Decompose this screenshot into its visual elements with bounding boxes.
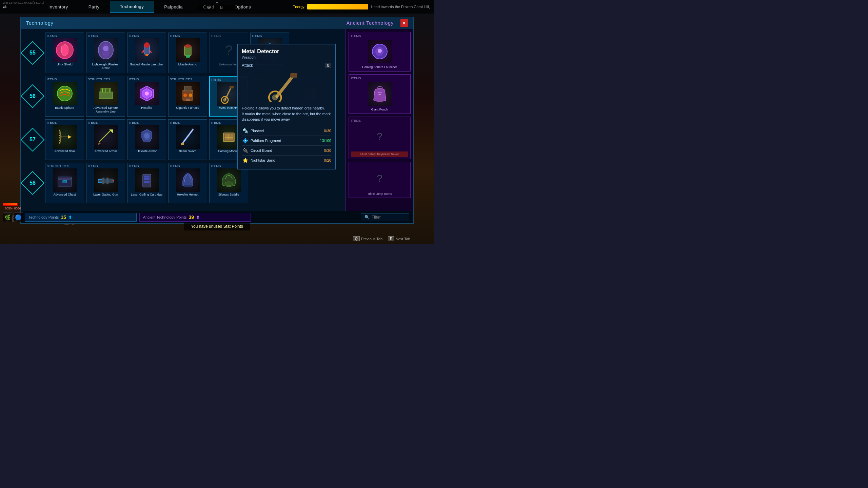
- svg-rect-66: [290, 73, 297, 78]
- filter-input[interactable]: [372, 215, 406, 220]
- card-name: Hexolite Helmet: [177, 193, 199, 197]
- ancient-up-icon[interactable]: ⬆: [196, 215, 200, 220]
- ancient-card-locked2[interactable]: ? Triple Jump Boots: [349, 162, 411, 198]
- level-58-number: 58: [29, 180, 36, 186]
- card-category: Items: [170, 164, 180, 168]
- svg-point-18: [145, 92, 149, 96]
- tech-up-icon[interactable]: ⬆: [68, 215, 72, 220]
- card-icon: [176, 125, 200, 149]
- card-exotic-sphere[interactable]: Items Exotic Sphere: [45, 76, 84, 117]
- material-name: Paldium Fragment: [251, 139, 320, 143]
- hp-fill: [3, 203, 17, 205]
- locked-button[interactable]: Must defeat Feybreak Tower: [351, 151, 408, 157]
- svg-rect-5: [145, 54, 148, 56]
- stat-attack-value: 0: [325, 63, 331, 68]
- card-missile-ammo[interactable]: Items Missile Ammo: [168, 33, 207, 73]
- card-icon: [176, 38, 200, 62]
- swap-icon[interactable]: ⇄: [3, 4, 7, 9]
- svg-rect-55: [144, 178, 150, 180]
- unknown-icon: ?: [225, 43, 232, 58]
- svg-rect-11: [99, 92, 113, 99]
- player-hud: 8050 / 8050 🌿 🔵: [3, 203, 23, 222]
- svg-line-37: [182, 129, 193, 144]
- tech-items-57: Items Advanced Bow Items Advanced Arrow: [45, 119, 248, 160]
- item-tooltip: Metal Detector Weapon Attack 0 Holding i…: [237, 44, 336, 169]
- svg-rect-8: [186, 55, 190, 58]
- hp-text: 8050 / 8050: [3, 207, 23, 210]
- card-hexolite[interactable]: Items Hexolite: [127, 76, 166, 117]
- svg-point-4: [144, 42, 150, 48]
- card-sphere-assembly[interactable]: Structures Advanced Sphere Assembly Line: [86, 76, 125, 117]
- svg-point-2: [103, 46, 108, 51]
- card-advanced-chest[interactable]: Structures Advanced Chest: [45, 163, 84, 203]
- card-ultra-shield[interactable]: Items Ultra Shield: [45, 33, 84, 73]
- ancient-card-giant-pouch[interactable]: Items Giant Pouch: [349, 74, 411, 114]
- tooltip-image: [242, 72, 331, 102]
- svg-point-26: [223, 98, 226, 102]
- card-category: Items: [211, 34, 221, 38]
- card-name: Lightweight Plasteel Armor: [88, 63, 123, 70]
- material-icon: ⭐: [242, 157, 249, 164]
- tab-technology[interactable]: Technology: [110, 1, 154, 13]
- card-category: Items: [47, 34, 57, 38]
- card-laser-gatling-gun[interactable]: Items Laser Gatling Gun: [86, 163, 125, 203]
- card-icon: [53, 38, 77, 62]
- card-icon: [135, 125, 159, 149]
- ancient-card-homing-sphere[interactable]: Items Homing Sphere Launcher: [349, 32, 411, 72]
- svg-rect-49: [98, 182, 102, 183]
- card-name: Advanced Bow: [54, 149, 75, 153]
- card-gigantic-furnace[interactable]: Structures Gigantic Furnace: [168, 76, 207, 117]
- material-count: 0/30: [324, 148, 331, 152]
- card-category: Structures: [88, 78, 111, 81]
- card-name: Guided Missile Launcher: [130, 63, 163, 66]
- material-icon: 🔩: [242, 127, 249, 134]
- level-56-number: 56: [29, 93, 36, 99]
- tab-inventory[interactable]: Inventory: [38, 2, 78, 12]
- material-row-plasteel: 🔩 Plasteel 0/30: [242, 126, 331, 136]
- card-category: Items: [129, 164, 139, 168]
- card-hexolite-helmet[interactable]: Items Hexolite Helmet: [168, 163, 207, 203]
- card-icon: ?: [217, 38, 241, 62]
- card-lightweight-plasteel[interactable]: Items Lightweight Plasteel Armor: [86, 33, 125, 73]
- card-beam-sword[interactable]: Items Beam Sword: [168, 119, 207, 160]
- svg-point-10: [57, 86, 72, 101]
- key-q-label: Previous Tab: [361, 237, 382, 241]
- tooltip-desc: Holding it allows you to detect hidden o…: [242, 105, 331, 122]
- svg-rect-62: [378, 94, 381, 95]
- card-name: Silvegis Saddle: [218, 193, 239, 197]
- card-category: Items: [252, 34, 262, 38]
- key-hint-next-tab: E Next Tab: [388, 236, 410, 241]
- card-laser-gatling-cartridge[interactable]: Items Laser Gatling Cartridge: [127, 163, 166, 203]
- svg-rect-45: [63, 180, 67, 183]
- energy-label: Energy: [293, 5, 304, 9]
- close-button[interactable]: ✕: [400, 19, 408, 27]
- card-hexolite-armor[interactable]: Items Hexolite Armor: [127, 119, 166, 160]
- notification-text: You have unused Stat Points: [191, 224, 243, 229]
- tab-party[interactable]: Party: [78, 2, 110, 12]
- card-name: Missile Ammo: [178, 63, 197, 66]
- card-category: Items: [351, 119, 361, 122]
- ancient-card-locked1[interactable]: Items ? Must defeat Feybreak Tower: [349, 117, 411, 159]
- ancient-icon: [368, 40, 392, 63]
- card-advanced-arrow[interactable]: Items Advanced Arrow: [86, 119, 125, 160]
- material-count: 13/100: [320, 139, 331, 143]
- svg-point-60: [378, 49, 382, 53]
- quick-slot-1[interactable]: 🌿: [3, 212, 12, 222]
- svg-point-22: [189, 94, 192, 97]
- material-name: Nightstar Sand: [251, 158, 324, 162]
- card-name: Exotic Sphere: [55, 106, 74, 110]
- nav-location: Head towards the Frozen Coral Hill,: [371, 5, 430, 9]
- card-name: Hexolite: [141, 106, 152, 110]
- card-advanced-bow[interactable]: Items Advanced Bow: [45, 119, 84, 160]
- hp-bar: [3, 203, 18, 206]
- card-category: Items: [351, 34, 361, 38]
- svg-rect-48: [98, 179, 102, 180]
- card-icon: [94, 125, 118, 149]
- card-name: Laser Gatling Cartridge: [131, 193, 162, 197]
- tab-palpedia[interactable]: Palpedia: [154, 2, 193, 12]
- svg-rect-52: [106, 178, 108, 184]
- card-guided-missile[interactable]: Items Guided Missile Launcher: [127, 33, 166, 73]
- card-name: Metal Detector: [219, 106, 239, 110]
- card-name: Advanced Arrow: [95, 149, 117, 153]
- quick-slot-2[interactable]: 🔵: [14, 212, 23, 222]
